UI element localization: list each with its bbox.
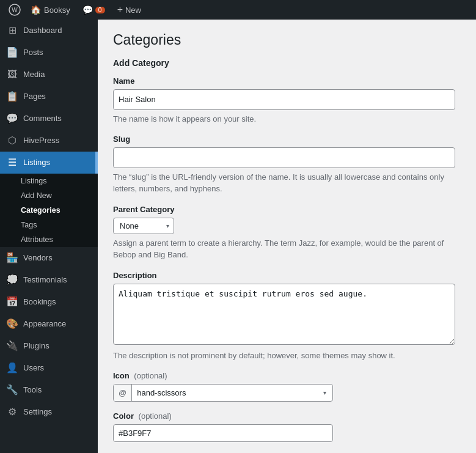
sidebar-item-tools[interactable]: 🔧 Tools [0, 379, 98, 401]
tools-icon: 🔧 [6, 384, 18, 396]
submenu-add-new[interactable]: Add New [0, 188, 98, 203]
slug-label: Slug [113, 134, 461, 144]
name-field: Name The name is how it appears on your … [113, 76, 461, 125]
name-label: Name [113, 76, 461, 86]
sidebar-item-label: Listings [23, 157, 50, 168]
page-title: Categories [113, 32, 461, 48]
icon-prefix: @ [114, 385, 132, 401]
sidebar-item-listings[interactable]: ☰ Listings [0, 152, 98, 174]
sidebar-item-label: Bookings [23, 296, 56, 308]
parent-category-select-wrap: None ▾ [113, 218, 174, 234]
pages-icon: 📋 [6, 90, 18, 103]
sidebar-item-comments[interactable]: 💬 Comments [0, 108, 98, 130]
description-label: Description [113, 271, 461, 280]
sidebar-item-pages[interactable]: 📋 Pages [0, 86, 98, 108]
content-area: Categories Add Category Name The name is… [98, 20, 476, 453]
sidebar-item-label: Posts [23, 47, 43, 58]
color-input[interactable] [113, 424, 333, 442]
sidebar-item-settings[interactable]: ⚙ Settings [0, 401, 98, 423]
plugins-icon: 🔌 [6, 340, 18, 352]
sidebar-item-label: Plugins [23, 341, 49, 352]
submenu-attributes[interactable]: Attributes [0, 232, 98, 247]
appearance-icon: 🎨 [6, 318, 18, 330]
sidebar-item-bookings[interactable]: 📅 Bookings [0, 291, 98, 313]
listings-submenu: Listings Add New Categories Tags Attribu… [0, 174, 98, 247]
sidebar-item-label: HivePress [23, 135, 59, 146]
sidebar-item-label: Testimonials [23, 274, 67, 285]
sidebar-item-label: Comments [23, 113, 62, 124]
comments-icon: 💬 [6, 112, 18, 125]
sidebar-item-label: Settings [23, 407, 52, 418]
sidebar-item-media[interactable]: 🖼 Media [0, 64, 98, 86]
media-icon: 🖼 [6, 68, 18, 81]
sidebar-item-plugins[interactable]: 🔌 Plugins [0, 335, 98, 357]
adminbar-site[interactable]: 🏠 Booksy [24, 0, 76, 20]
sidebar-item-dashboard[interactable]: ⊞ Dashboard [0, 20, 98, 42]
posts-icon: 📄 [6, 46, 18, 59]
admin-bar: W 🏠 Booksy 💬 0 + New [0, 0, 476, 20]
slug-input[interactable] [113, 147, 455, 168]
svg-text:W: W [12, 7, 18, 13]
slug-help: The “slug” is the URL-friendly version o… [113, 171, 455, 195]
dashboard-icon: ⊞ [6, 24, 18, 37]
submenu-all-listings[interactable]: Listings [0, 174, 98, 188]
sidebar-item-label: Users [23, 363, 44, 374]
name-input[interactable] [113, 89, 455, 110]
settings-icon: ⚙ [6, 406, 18, 418]
submenu-tags[interactable]: Tags [0, 218, 98, 232]
sidebar-item-hivepress[interactable]: ⬡ HivePress [0, 130, 98, 152]
icon-dropdown-arrow[interactable]: ▾ [317, 386, 332, 400]
color-label: Color (optional) [113, 411, 461, 421]
description-textarea[interactable]: Aliquam tristique et suscipit rutrum ero… [113, 284, 455, 345]
sidebar-item-label: Media [23, 69, 45, 80]
icon-field: Icon (optional) @ hand-scissors ▾ [113, 371, 461, 402]
color-optional: (optional) [139, 411, 172, 421]
parent-category-select[interactable]: None [113, 218, 174, 234]
hivepress-icon: ⬡ [6, 134, 18, 147]
name-help: The name is how it appears on your site. [113, 113, 455, 125]
icon-label: Icon (optional) [113, 371, 461, 380]
comments-count: 0 [95, 7, 105, 13]
sidebar-item-label: Dashboard [23, 25, 62, 36]
testimonials-icon: 💭 [6, 274, 18, 286]
sidebar-item-testimonials[interactable]: 💭 Testimonials [0, 269, 98, 291]
parent-category-field: Parent Category None ▾ Assign a parent t… [113, 205, 461, 261]
description-field: Description Aliquam tristique et suscipi… [113, 271, 461, 362]
icon-select-wrap[interactable]: @ hand-scissors ▾ [113, 384, 333, 402]
icon-value: hand-scissors [132, 385, 317, 401]
main-wrap: ⊞ Dashboard 📄 Posts 🖼 Media 📋 Pages 💬 Co… [0, 20, 476, 453]
icon-optional: (optional) [134, 371, 167, 380]
site-name: Booksy [44, 6, 70, 15]
sidebar: ⊞ Dashboard 📄 Posts 🖼 Media 📋 Pages 💬 Co… [0, 20, 98, 453]
sidebar-item-vendors[interactable]: 🏪 Vendors [0, 247, 98, 269]
sidebar-item-label: Tools [23, 385, 42, 396]
sidebar-item-users[interactable]: 👤 Users [0, 357, 98, 379]
wp-logo[interactable]: W [5, 0, 24, 20]
description-help: The description is not prominent by defa… [113, 350, 455, 362]
sidebar-item-posts[interactable]: 📄 Posts [0, 42, 98, 64]
parent-category-help: Assign a parent term to create a hierarc… [113, 237, 455, 261]
bookings-icon: 📅 [6, 296, 18, 308]
new-label: New [125, 6, 141, 15]
vendors-icon: 🏪 [6, 252, 18, 264]
sidebar-item-label: Pages [23, 91, 46, 102]
sidebar-item-label: Vendors [23, 252, 53, 263]
parent-category-label: Parent Category [113, 205, 461, 214]
adminbar-comments[interactable]: 💬 0 [76, 0, 111, 20]
add-category-heading: Add Category [113, 58, 461, 68]
sidebar-item-appearance[interactable]: 🎨 Appearance [0, 313, 98, 335]
slug-field: Slug The “slug” is the URL-friendly vers… [113, 134, 461, 195]
color-field: Color (optional) [113, 411, 461, 442]
users-icon: 👤 [6, 362, 18, 374]
submenu-categories[interactable]: Categories [0, 203, 98, 218]
listings-icon: ☰ [6, 157, 18, 169]
adminbar-new[interactable]: + New [111, 0, 147, 20]
sidebar-item-label: Appearance [23, 319, 66, 330]
